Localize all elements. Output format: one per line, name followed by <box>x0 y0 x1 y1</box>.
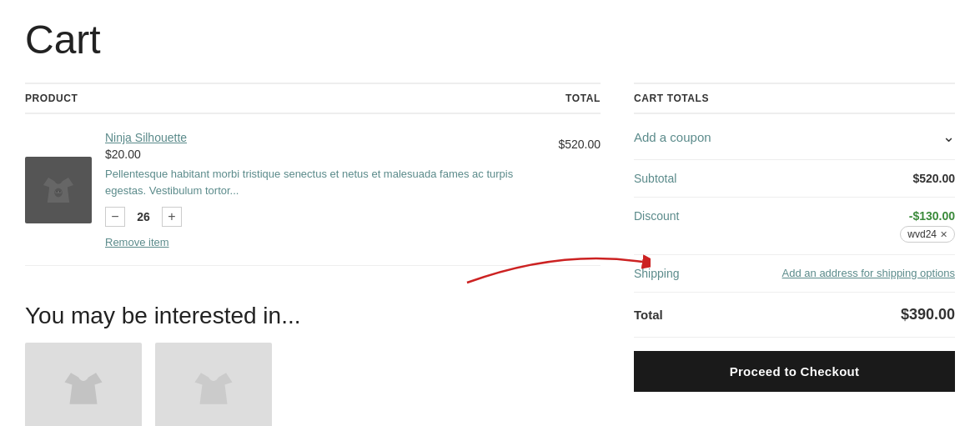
recommendations-list <box>25 343 601 426</box>
quantity-increase-button[interactable]: + <box>162 207 182 227</box>
cart-item-line-total: $520.00 <box>534 138 601 151</box>
shipping-row: Shipping Add an address for shipping opt… <box>634 255 955 293</box>
product-description: Pellentesque habitant morbi tristique se… <box>105 166 520 198</box>
recommendation-item-2[interactable] <box>155 343 272 426</box>
product-column-header: PRODUCT <box>25 93 78 104</box>
quantity-decrease-button[interactable]: − <box>105 207 125 227</box>
remove-item-button[interactable]: Remove item <box>105 236 169 248</box>
shipping-address-link[interactable]: Add an address for shipping options <box>782 267 955 279</box>
svg-point-2 <box>59 190 61 192</box>
subtotal-row: Subtotal $520.00 <box>634 160 955 198</box>
discount-value: -$130.00 <box>909 209 955 223</box>
coupon-chevron-icon: ⌄ <box>942 128 955 146</box>
cart-left-panel: PRODUCT TOTAL <box>25 83 601 426</box>
svg-point-1 <box>56 190 58 192</box>
product-thumbnail-icon <box>38 170 78 210</box>
discount-label: Discount <box>634 209 679 223</box>
quantity-value: 26 <box>135 210 152 223</box>
subtotal-value: $520.00 <box>912 172 955 185</box>
cart-totals-panel: CART TOTALS Add a coupon ⌄ Subtotal $520… <box>634 83 955 392</box>
subtotal-label: Subtotal <box>634 172 676 185</box>
coupon-tag: wvd24 ✕ <box>900 226 955 243</box>
add-coupon-section[interactable]: Add a coupon ⌄ <box>634 114 955 160</box>
rec-item-2-thumbnail <box>188 363 239 413</box>
cart-item-info: Ninja Silhouette $20.00 Pellentesque hab… <box>105 131 520 248</box>
recommendations-heading: You may be interested in... <box>25 303 601 329</box>
coupon-label: Add a coupon <box>634 130 711 144</box>
arrow-indicator <box>459 233 651 291</box>
coupon-code: wvd24 <box>907 228 937 240</box>
product-price: $20.00 <box>105 148 520 161</box>
checkout-button[interactable]: Proceed to Checkout <box>634 351 955 392</box>
discount-row: Discount -$130.00 wvd24 ✕ <box>634 198 955 255</box>
total-label: Total <box>634 308 663 322</box>
total-row: Total $390.00 <box>634 293 955 338</box>
quantity-control: − 26 + <box>105 207 520 227</box>
page-title: Cart <box>25 17 955 63</box>
discount-area: -$130.00 wvd24 ✕ <box>900 209 955 243</box>
rec-item-1-thumbnail <box>58 363 108 413</box>
total-column-header: TOTAL <box>565 93 601 104</box>
recommendation-item-1[interactable] <box>25 343 142 426</box>
product-name-link[interactable]: Ninja Silhouette <box>105 131 520 144</box>
cart-totals-header: CART TOTALS <box>634 83 955 114</box>
product-image <box>25 157 92 223</box>
coupon-remove-icon[interactable]: ✕ <box>940 229 947 240</box>
total-value: $390.00 <box>901 306 955 323</box>
cart-table-header: PRODUCT TOTAL <box>25 83 601 114</box>
